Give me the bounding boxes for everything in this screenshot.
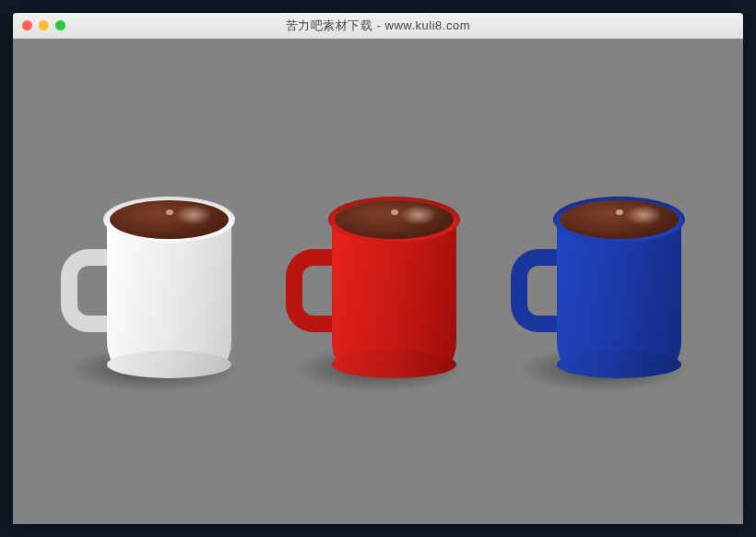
coffee-highlight-icon	[175, 205, 212, 225]
maximize-icon[interactable]	[55, 20, 65, 30]
coffee-highlight-dot-icon	[616, 209, 623, 215]
minimize-icon[interactable]	[39, 20, 49, 30]
canvas-area	[13, 39, 743, 524]
mug-blue	[502, 161, 704, 401]
app-window: 苦力吧素材下载 - www.kuli8.com	[13, 13, 743, 524]
coffee-surface	[560, 200, 679, 239]
window-controls	[22, 20, 65, 30]
coffee-surface	[335, 200, 454, 239]
titlebar: 苦力吧素材下载 - www.kuli8.com	[13, 13, 743, 39]
close-icon[interactable]	[22, 20, 32, 30]
coffee-highlight-icon	[625, 205, 662, 225]
mug-white	[52, 161, 254, 401]
coffee-highlight-dot-icon	[166, 209, 173, 215]
window-title: 苦力吧素材下载 - www.kuli8.com	[13, 18, 743, 34]
mug-red	[277, 161, 479, 401]
coffee-highlight-icon	[400, 205, 437, 225]
coffee-highlight-dot-icon	[391, 209, 398, 215]
coffee-surface	[110, 200, 229, 239]
